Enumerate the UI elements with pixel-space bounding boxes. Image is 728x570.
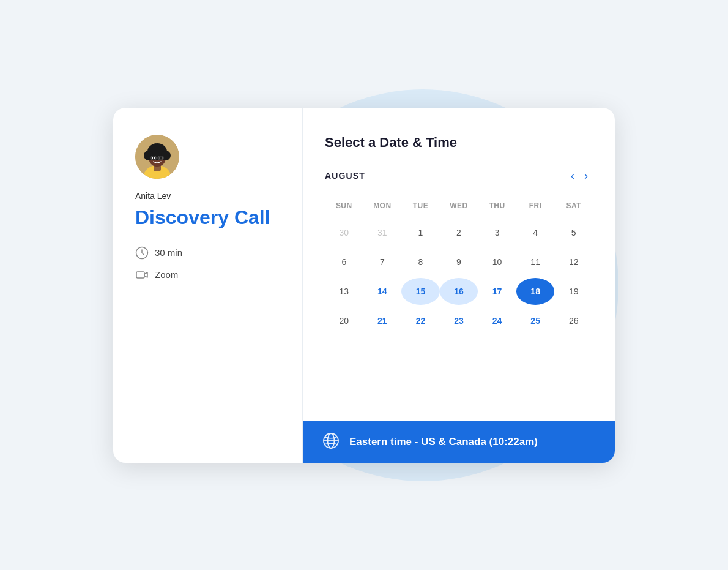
day-header-sat: SAT [554, 195, 593, 217]
calendar-day: 5 [554, 219, 593, 246]
svg-point-10 [160, 157, 162, 158]
calendar-day-24[interactable]: 24 [478, 307, 516, 334]
platform-text: Zoom [155, 269, 178, 280]
calendar-day: 19 [554, 278, 593, 305]
next-month-button[interactable]: › [579, 168, 593, 184]
day-header-mon: MON [363, 195, 402, 217]
calendar-day: 31 [363, 219, 402, 246]
calendar-day-25[interactable]: 25 [516, 307, 555, 334]
duration-meta: 30 min [135, 246, 280, 260]
globe-icon [322, 432, 340, 452]
calendar: AUGUST ‹ › SUN MON TUE WED THU FRI SAT 3… [325, 168, 593, 337]
panel-title: Select a Date & Time [325, 135, 593, 151]
event-title: Discovery Call [135, 206, 280, 229]
calendar-day-17[interactable]: 17 [478, 278, 516, 305]
calendar-day: 7 [363, 249, 402, 276]
left-panel: Anita Lev Discovery Call 30 min [113, 108, 303, 463]
calendar-day: 6 [325, 249, 363, 276]
week-row-1: 30 31 1 2 3 4 5 [325, 219, 593, 246]
week-row-2: 6 7 8 9 10 11 12 [325, 249, 593, 276]
right-panel: Select a Date & Time AUGUST ‹ › SUN MON … [303, 108, 615, 463]
day-header-sun: SUN [325, 195, 363, 217]
clock-icon [135, 246, 149, 260]
calendar-day: 9 [440, 249, 478, 276]
week-row-4: 20 21 22 23 24 25 26 [325, 307, 593, 334]
calendar-day: 4 [516, 219, 555, 246]
week-row-3: 13 14 15 16 17 18 19 [325, 278, 593, 305]
calendar-day: 2 [440, 219, 478, 246]
calendar-day: 10 [478, 249, 516, 276]
calendar-day-23[interactable]: 23 [440, 307, 478, 334]
svg-point-5 [144, 151, 154, 160]
timezone-bar[interactable]: Eastern time - US & Canada (10:22am) [303, 421, 615, 463]
avatar-image [135, 135, 179, 179]
day-header-fri: FRI [516, 195, 555, 217]
platform-meta: Zoom [135, 268, 280, 282]
calendar-day-14[interactable]: 14 [363, 278, 402, 305]
calendar-day-16[interactable]: 16 [440, 278, 478, 305]
svg-rect-15 [136, 272, 144, 278]
zoom-icon [135, 268, 149, 282]
calendar-day: 1 [401, 219, 440, 246]
duration-text: 30 min [155, 247, 182, 258]
day-headers-row: SUN MON TUE WED THU FRI SAT [325, 195, 593, 217]
calendar-day: 26 [554, 307, 593, 334]
calendar-header: AUGUST ‹ › [325, 168, 593, 184]
calendar-day: 11 [516, 249, 555, 276]
calendar-day: 13 [325, 278, 363, 305]
calendar-day: 12 [554, 249, 593, 276]
calendar-day-15[interactable]: 15 [401, 278, 440, 305]
scene: Anita Lev Discovery Call 30 min [89, 53, 639, 518]
booking-card: Anita Lev Discovery Call 30 min [113, 108, 615, 463]
host-name: Anita Lev [135, 191, 280, 201]
calendar-day-18[interactable]: 18 [516, 278, 555, 305]
calendar-day-22[interactable]: 22 [401, 307, 440, 334]
avatar [135, 135, 179, 179]
day-header-tue: TUE [401, 195, 440, 217]
calendar-day: 3 [478, 219, 516, 246]
calendar-day-21[interactable]: 21 [363, 307, 402, 334]
day-header-thu: THU [478, 195, 516, 217]
timezone-text: Eastern time - US & Canada (10:22am) [349, 436, 538, 448]
svg-point-9 [153, 157, 154, 158]
day-header-wed: WED [440, 195, 478, 217]
calendar-day: 20 [325, 307, 363, 334]
prev-month-button[interactable]: ‹ [566, 168, 579, 184]
svg-point-6 [161, 151, 171, 160]
calendar-day: 8 [401, 249, 440, 276]
calendar-day: 30 [325, 219, 363, 246]
month-label: AUGUST [325, 171, 566, 181]
